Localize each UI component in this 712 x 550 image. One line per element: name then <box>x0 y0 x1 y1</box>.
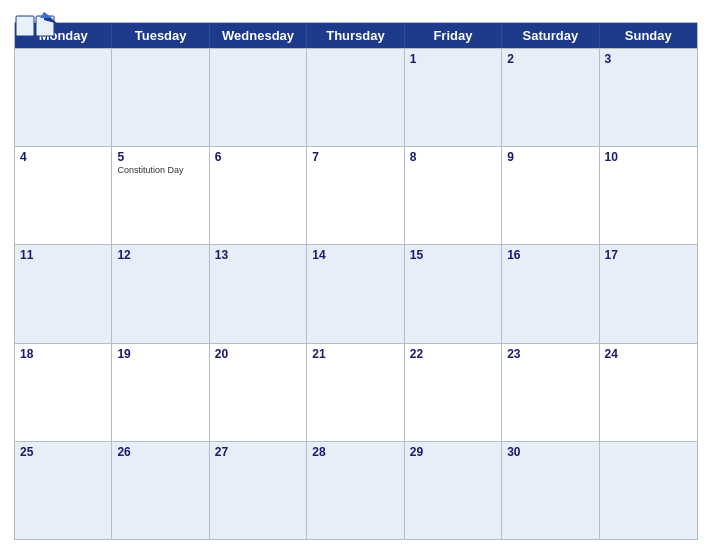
day-cell: 27 <box>210 442 307 539</box>
day-cell: 13 <box>210 245 307 342</box>
day-number: 28 <box>312 445 398 459</box>
day-cell: 26 <box>112 442 209 539</box>
day-number <box>20 52 106 66</box>
day-cell: 11 <box>15 245 112 342</box>
day-cell <box>600 442 697 539</box>
day-cell: 6 <box>210 147 307 244</box>
day-number: 8 <box>410 150 496 164</box>
day-number: 15 <box>410 248 496 262</box>
day-number <box>605 445 692 459</box>
day-cell: 16 <box>502 245 599 342</box>
day-number: 25 <box>20 445 106 459</box>
day-header-friday: Friday <box>405 23 502 48</box>
weeks-container: 12345Constitution Day6789101112131415161… <box>15 48 697 539</box>
calendar-wrapper: MondayTuesdayWednesdayThursdayFridaySatu… <box>0 0 712 550</box>
day-number <box>117 52 203 66</box>
day-number: 21 <box>312 347 398 361</box>
day-cell: 14 <box>307 245 404 342</box>
day-cell: 29 <box>405 442 502 539</box>
day-cell: 10 <box>600 147 697 244</box>
logo <box>14 10 58 38</box>
day-number: 23 <box>507 347 593 361</box>
calendar-header <box>14 10 698 22</box>
day-number: 29 <box>410 445 496 459</box>
day-number <box>312 52 398 66</box>
logo-icon <box>14 10 58 38</box>
day-cell: 28 <box>307 442 404 539</box>
week-row-3: 11121314151617 <box>15 244 697 342</box>
day-number: 18 <box>20 347 106 361</box>
day-cell: 23 <box>502 344 599 441</box>
day-number: 6 <box>215 150 301 164</box>
day-cell: 8 <box>405 147 502 244</box>
day-number: 17 <box>605 248 692 262</box>
week-row-5: 252627282930 <box>15 441 697 539</box>
day-number: 24 <box>605 347 692 361</box>
day-number: 3 <box>605 52 692 66</box>
day-number: 2 <box>507 52 593 66</box>
day-cell: 7 <box>307 147 404 244</box>
day-cell: 19 <box>112 344 209 441</box>
day-number: 22 <box>410 347 496 361</box>
day-number <box>215 52 301 66</box>
day-cell: 5Constitution Day <box>112 147 209 244</box>
week-row-2: 45Constitution Day678910 <box>15 146 697 244</box>
day-cell: 24 <box>600 344 697 441</box>
day-cell <box>112 49 209 146</box>
day-cell: 17 <box>600 245 697 342</box>
day-cell: 3 <box>600 49 697 146</box>
day-cell: 15 <box>405 245 502 342</box>
day-cell <box>307 49 404 146</box>
day-number: 27 <box>215 445 301 459</box>
day-number: 11 <box>20 248 106 262</box>
holiday-label: Constitution Day <box>117 165 203 176</box>
day-cell <box>15 49 112 146</box>
week-row-1: 123 <box>15 48 697 146</box>
day-number: 16 <box>507 248 593 262</box>
day-number: 12 <box>117 248 203 262</box>
day-number: 26 <box>117 445 203 459</box>
day-cell: 20 <box>210 344 307 441</box>
day-header-saturday: Saturday <box>502 23 599 48</box>
day-number: 10 <box>605 150 692 164</box>
day-header-tuesday: Tuesday <box>112 23 209 48</box>
day-header-thursday: Thursday <box>307 23 404 48</box>
day-number: 20 <box>215 347 301 361</box>
day-header-wednesday: Wednesday <box>210 23 307 48</box>
day-number: 13 <box>215 248 301 262</box>
week-row-4: 18192021222324 <box>15 343 697 441</box>
day-cell: 22 <box>405 344 502 441</box>
day-cell: 12 <box>112 245 209 342</box>
day-number: 7 <box>312 150 398 164</box>
day-cell: 9 <box>502 147 599 244</box>
day-header-sunday: Sunday <box>600 23 697 48</box>
day-cell: 1 <box>405 49 502 146</box>
day-number: 4 <box>20 150 106 164</box>
svg-marker-4 <box>40 12 52 18</box>
svg-rect-1 <box>16 16 34 36</box>
day-number: 9 <box>507 150 593 164</box>
day-cell: 4 <box>15 147 112 244</box>
day-cell: 25 <box>15 442 112 539</box>
day-number: 1 <box>410 52 496 66</box>
day-cell: 2 <box>502 49 599 146</box>
day-number: 30 <box>507 445 593 459</box>
day-cell <box>210 49 307 146</box>
day-number: 14 <box>312 248 398 262</box>
day-number: 19 <box>117 347 203 361</box>
day-cell: 30 <box>502 442 599 539</box>
day-cell: 21 <box>307 344 404 441</box>
day-headers-row: MondayTuesdayWednesdayThursdayFridaySatu… <box>15 23 697 48</box>
calendar-grid: MondayTuesdayWednesdayThursdayFridaySatu… <box>14 22 698 540</box>
day-number: 5 <box>117 150 203 164</box>
day-cell: 18 <box>15 344 112 441</box>
